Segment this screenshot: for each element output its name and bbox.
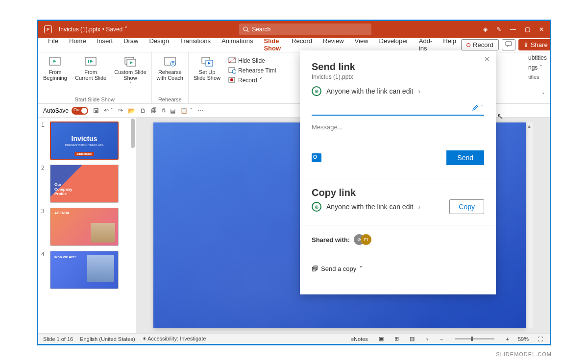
zoom-level[interactable]: 59% (518, 336, 529, 342)
app-window: P Invictus (1).pptx • Saved ˅ Search ◈ ✎… (37, 20, 551, 345)
copy-link-title: Copy link (312, 187, 484, 198)
edit-permission-button[interactable]: ˅ (472, 104, 484, 112)
pencil-icon (472, 104, 479, 111)
comment-icon (505, 41, 512, 47)
slide-indicator[interactable]: Slide 1 of 16 (43, 336, 73, 342)
present-icon[interactable]: ▤ (170, 107, 175, 114)
zoom-in-button[interactable]: + (504, 335, 511, 343)
diamond-icon[interactable]: ◈ (483, 26, 488, 33)
comments-button[interactable] (502, 39, 515, 50)
timings-icon (228, 67, 236, 74)
custom-show-icon (124, 55, 137, 68)
language-indicator[interactable]: English (United States) (80, 336, 135, 342)
coach-icon (164, 55, 176, 68)
normal-view-icon[interactable]: ▣ (377, 335, 386, 343)
fit-window-icon[interactable]: ⛶ (536, 335, 545, 343)
svg-line-1 (247, 30, 248, 32)
thumbnail-1[interactable]: 1 Invictus PRESENTATION TEMPLATE SlideMo… (41, 121, 133, 160)
setup-icon (201, 55, 214, 68)
group-label-rehearse: Rehearse (158, 97, 182, 102)
notes-button[interactable]: ≡ Notes (349, 335, 370, 343)
accessibility-check[interactable]: ✶ Accessibility: Investigate (142, 336, 206, 342)
from-current-button[interactable]: From Current Slide (73, 54, 108, 87)
captions-group: ubtitles ngs ˅ titles (528, 54, 547, 80)
svg-point-18 (230, 78, 233, 81)
thumbnail-4[interactable]: 4 Who We Are? (41, 251, 133, 289)
thumbnail-2[interactable]: 2 Our Company Profile (41, 165, 133, 203)
copy-permission-selector[interactable]: ⊕ Anyone with the link can edit › (312, 202, 420, 212)
recipients-input[interactable]: ˅ (312, 102, 484, 116)
subtitle-settings-button[interactable]: ngs ˅ (528, 64, 542, 71)
sorter-view-icon[interactable]: ⊞ (392, 335, 401, 343)
play-current-icon (84, 55, 97, 68)
svg-rect-2 (506, 42, 512, 46)
subtitles-label[interactable]: ubtitles (528, 54, 547, 61)
share-button[interactable]: ⇧Share˅ (518, 39, 551, 50)
hide-icon (228, 57, 236, 64)
message-input[interactable]: Message... (312, 123, 484, 131)
setup-show-button[interactable]: Set Up Slide Show (192, 54, 222, 85)
chevron-right-icon: › (418, 203, 420, 211)
shared-avatar-user[interactable]: FI (361, 234, 371, 245)
play-icon (49, 55, 61, 68)
slide-thumbnails[interactable]: 1 Invictus PRESENTATION TEMPLATE SlideMo… (38, 118, 136, 333)
chevron-down-icon: ˅ (550, 41, 551, 49)
document-title[interactable]: Invictus (1).pptx (59, 26, 100, 33)
save-status[interactable]: • Saved (102, 26, 123, 33)
statusbar: Slide 1 of 16 English (United States) ✶ … (38, 333, 550, 344)
save-icon[interactable]: 🖫 (93, 107, 99, 114)
minimize-button[interactable]: — (510, 26, 516, 33)
undo-icon[interactable]: ↶ ˅ (104, 107, 113, 114)
thumbnail-3[interactable]: 3 AGENDA (41, 208, 133, 246)
chevron-down-icon: ˅ (481, 104, 484, 112)
subtitles-label2: titles (528, 74, 539, 80)
search-placeholder: Search (252, 26, 270, 33)
svg-point-10 (172, 62, 173, 64)
record-button[interactable]: Record (461, 39, 499, 50)
from-beginning-button[interactable]: From Beginning (41, 54, 69, 87)
record-mini-button[interactable]: Record ˅ (226, 76, 264, 85)
new-icon[interactable]: 🗋 (140, 107, 146, 114)
slideshow-view-icon[interactable]: ♀ (423, 335, 431, 343)
open-icon[interactable]: 📂 (128, 107, 135, 114)
globe-icon: ⊕ (312, 86, 321, 96)
collapse-ribbon-button[interactable]: ˅ (542, 92, 545, 98)
copy-icon[interactable]: 🗐 (151, 107, 157, 114)
share-filename: Invictus (1).pptx (312, 73, 484, 80)
svg-point-16 (232, 70, 236, 73)
record-dot-icon (466, 43, 470, 47)
search-icon (243, 26, 249, 32)
autosave-toggle[interactable]: On (72, 107, 88, 115)
svg-line-14 (229, 58, 235, 63)
zoom-out-button[interactable]: − (438, 335, 445, 343)
outlook-icon[interactable] (312, 153, 321, 162)
print-icon[interactable]: ⎙ (162, 107, 165, 114)
group-label-start: Start Slide Show (75, 97, 115, 102)
globe-icon: ⊕ (312, 202, 321, 212)
autosave-label: AutoSave (43, 107, 69, 114)
copy-icon: 🗐 (312, 265, 318, 272)
canvas-scrollbar[interactable]: ▲ (526, 122, 533, 328)
rehearse-coach-button[interactable]: Rehearse with Coach (155, 54, 185, 82)
powerpoint-icon: P (44, 25, 52, 33)
close-button[interactable]: ✕ (539, 26, 544, 33)
more-icon[interactable]: ⋯ (197, 107, 203, 114)
maximize-button[interactable]: ▢ (525, 26, 530, 33)
send-copy-button[interactable]: 🗐 Send a copy ˅ (312, 265, 484, 272)
watermark: SLIDEMODEL.COM (496, 351, 552, 357)
zoom-slider[interactable] (455, 338, 494, 340)
rehearse-timings-button[interactable]: Rehearse Timi (226, 66, 278, 75)
reading-view-icon[interactable]: ▥ (408, 335, 416, 343)
redo-icon[interactable]: ↷ (118, 107, 123, 114)
send-button[interactable]: Send (446, 150, 484, 165)
copy-button[interactable]: Copy (449, 199, 484, 214)
custom-show-button[interactable]: Custom Slide Show˅ (112, 54, 148, 87)
permission-selector[interactable]: ⊕ Anyone with the link can edit › (312, 86, 484, 96)
search-input[interactable]: Search (239, 24, 371, 35)
hide-slide-button[interactable]: Hide Slide (226, 56, 267, 65)
thumbnail-scrollbar[interactable] (131, 119, 135, 148)
close-dialog-button[interactable]: ✕ (484, 55, 490, 63)
paste-icon[interactable]: 📋 ˅ (180, 107, 192, 114)
share-dialog: ✕ Send link Invictus (1).pptx ⊕ Anyone w… (300, 50, 496, 294)
pen-icon[interactable]: ✎ (496, 26, 501, 33)
